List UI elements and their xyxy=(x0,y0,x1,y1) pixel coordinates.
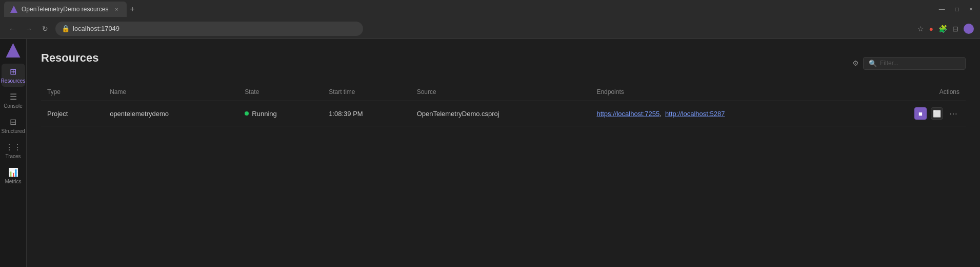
sidebar-item-console[interactable]: ☰ Console xyxy=(2,89,25,112)
endpoint-link-2[interactable]: http://localhost:5287 xyxy=(665,110,725,118)
sidebar-resources-label: Resources xyxy=(1,78,26,84)
reload-button[interactable]: ↻ xyxy=(39,25,51,33)
filter-icon[interactable]: ⚙ xyxy=(852,59,859,67)
sidebar-console-label: Console xyxy=(4,103,23,109)
maximize-button[interactable]: □ xyxy=(952,6,962,13)
bookmark-icon[interactable]: ☆ xyxy=(917,25,924,33)
table-header: Type Name State Start time Source Endpoi… xyxy=(41,83,966,101)
col-source: Source xyxy=(411,83,591,101)
row-name: opentelemetrydemo xyxy=(104,101,238,126)
user-avatar[interactable] xyxy=(964,24,974,34)
sidebar-item-structured[interactable]: ⊟ Structured xyxy=(2,114,25,137)
col-state: State xyxy=(238,83,323,101)
row-start-time: 1:08:39 PM xyxy=(323,101,410,126)
sidebar-item-traces[interactable]: ⋮⋮ Traces xyxy=(2,139,25,162)
sidebar-metrics-label: Metrics xyxy=(5,179,21,184)
metrics-icon: 📊 xyxy=(8,167,18,177)
forward-button[interactable]: → xyxy=(23,25,35,33)
window-controls: — □ × xyxy=(936,6,976,13)
terminal-button[interactable]: ⬜ xyxy=(931,107,943,120)
tab-favicon xyxy=(10,6,17,13)
table-body: Project opentelemetrydemo Running 1:08:3… xyxy=(41,101,966,126)
col-actions: Actions xyxy=(857,83,966,101)
row-type: Project xyxy=(41,101,104,126)
structured-icon: ⊟ xyxy=(10,117,16,127)
row-source: OpenTelemetryDemo.csproj xyxy=(411,101,591,126)
minimize-button[interactable]: — xyxy=(936,6,948,13)
row-state: Running xyxy=(238,101,323,126)
search-icon: 🔍 xyxy=(869,60,877,67)
browser-chrome: OpenTelemetryDemo resources × + — □ × xyxy=(0,0,980,18)
tab-close-button[interactable]: × xyxy=(112,5,121,13)
filter-input[interactable] xyxy=(880,60,960,67)
traces-icon: ⋮⋮ xyxy=(5,142,22,152)
active-tab[interactable]: OpenTelemetryDemo resources × xyxy=(4,2,127,17)
col-endpoints: Endpoints xyxy=(590,83,856,101)
status-running: Running xyxy=(245,110,316,118)
app: ⊞ Resources ☰ Console ⊟ Structured ⋮⋮ Tr… xyxy=(0,39,980,267)
status-dot-running xyxy=(245,111,249,116)
sidebar-traces-label: Traces xyxy=(5,154,21,159)
lock-icon: 🔒 xyxy=(62,25,70,32)
tab-title: OpenTelemetryDemo resources xyxy=(22,6,108,13)
actions-cell: ■ ⬜ ⋯ xyxy=(863,107,959,120)
new-tab-button[interactable]: + xyxy=(127,5,137,14)
browser-toolbar-right: ☆ ● 🧩 ⊟ xyxy=(917,24,974,34)
tab-bar: OpenTelemetryDemo resources × + xyxy=(4,0,934,18)
sidebar-item-metrics[interactable]: 📊 Metrics xyxy=(2,164,25,187)
back-button[interactable]: ← xyxy=(6,25,18,33)
stop-button[interactable]: ■ xyxy=(914,107,927,120)
row-endpoints: https://localhost:7255, http://localhost… xyxy=(590,101,856,126)
col-name: Name xyxy=(104,83,238,101)
endpoint-link-1[interactable]: https://localhost:7255 xyxy=(596,110,659,118)
profile-icon[interactable]: ⊟ xyxy=(952,25,958,33)
page-title: Resources xyxy=(41,51,99,65)
filter-input-wrap[interactable]: 🔍 xyxy=(863,57,966,70)
address-bar[interactable]: 🔒 localhost:17049 xyxy=(55,22,363,36)
close-button[interactable]: × xyxy=(966,6,976,13)
app-logo xyxy=(6,43,21,58)
table-row: Project opentelemetrydemo Running 1:08:3… xyxy=(41,101,966,126)
col-start-time: Start time xyxy=(323,83,410,101)
address-bar-row: ← → ↻ 🔒 localhost:17049 ☆ ● 🧩 ⊟ xyxy=(0,18,980,39)
address-text: localhost:17049 xyxy=(73,25,119,32)
col-type: Type xyxy=(41,83,104,101)
main-content: Resources ⚙ 🔍 Type Name State Start time… xyxy=(27,39,980,267)
extension-icon[interactable]: ● xyxy=(929,25,933,33)
more-options-button[interactable]: ⋯ xyxy=(947,107,959,120)
sidebar-item-resources[interactable]: ⊞ Resources xyxy=(2,64,25,87)
sidebar: ⊞ Resources ☰ Console ⊟ Structured ⋮⋮ Tr… xyxy=(0,39,27,267)
sidebar-structured-label: Structured xyxy=(1,128,25,134)
console-icon: ☰ xyxy=(10,92,17,102)
resources-icon: ⊞ xyxy=(10,67,16,77)
resources-table: Type Name State Start time Source Endpoi… xyxy=(41,83,966,126)
status-label: Running xyxy=(252,110,276,118)
row-actions: ■ ⬜ ⋯ xyxy=(857,101,966,126)
extensions-icon[interactable]: 🧩 xyxy=(938,25,947,33)
